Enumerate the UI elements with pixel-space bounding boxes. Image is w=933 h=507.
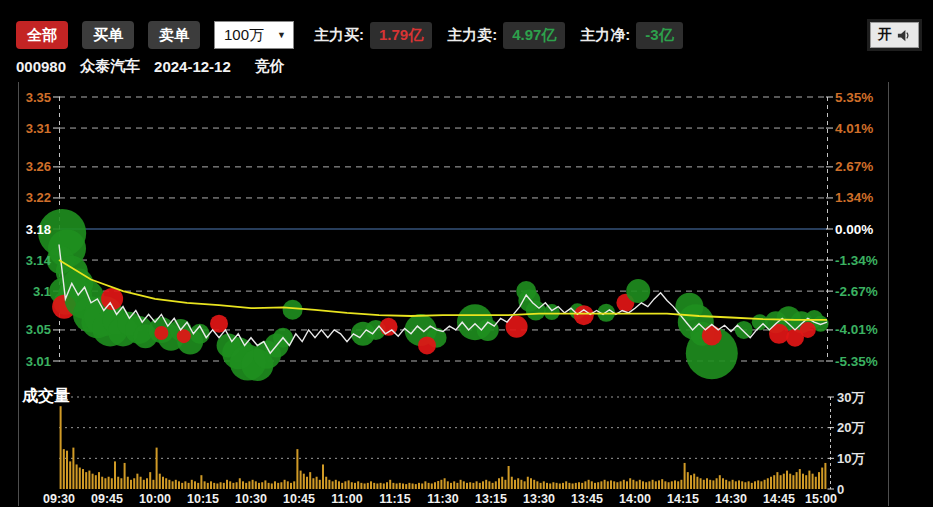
main-buy-label: 主力买: [314, 26, 364, 45]
svg-text:13:30: 13:30 [523, 492, 555, 506]
stock-info-row: 000980 众泰汽车 2024-12-12 竞价 [16, 57, 299, 76]
filter-buy-button[interactable]: 买单 [82, 21, 134, 49]
svg-text:20万: 20万 [837, 420, 865, 435]
chevron-down-icon: ▼ [277, 30, 286, 40]
main-net-label: 主力净: [580, 26, 630, 45]
svg-text:5.35%: 5.35% [835, 90, 873, 105]
session-label: 竞价 [255, 57, 285, 76]
svg-text:15:00: 15:00 [805, 492, 837, 506]
toolbar: 全部 买单 卖单 100万 ▼ 主力买: 1.79亿 主力卖: 4.97亿 主力… [16, 20, 919, 50]
svg-text:-1.34%: -1.34% [835, 253, 878, 268]
speaker-icon [896, 28, 911, 43]
main-net-value: -3亿 [636, 22, 682, 49]
svg-text:10:30: 10:30 [235, 492, 267, 506]
sell-order-bubble [283, 300, 303, 320]
buy-order-bubble [418, 336, 436, 354]
main-buy-value: 1.79亿 [370, 22, 432, 49]
svg-text:3.18: 3.18 [26, 222, 51, 237]
volume-bars [60, 406, 827, 489]
svg-text:13:45: 13:45 [571, 492, 603, 506]
threshold-select[interactable]: 100万 ▼ [214, 21, 294, 49]
svg-text:11:15: 11:15 [379, 492, 410, 506]
svg-text:10:45: 10:45 [283, 492, 315, 506]
svg-text:3.1: 3.1 [33, 284, 51, 299]
buy-order-bubble [177, 329, 191, 343]
stock-code: 000980 [16, 58, 66, 75]
svg-text:3.31: 3.31 [26, 121, 51, 136]
svg-text:11:30: 11:30 [427, 492, 458, 506]
svg-text:3.01: 3.01 [26, 354, 51, 369]
svg-text:-2.67%: -2.67% [835, 284, 878, 299]
svg-text:4.01%: 4.01% [835, 121, 873, 136]
svg-text:3.14: 3.14 [26, 253, 52, 268]
svg-text:09:45: 09:45 [91, 492, 123, 506]
svg-text:0: 0 [837, 482, 844, 497]
svg-text:成交量: 成交量 [21, 387, 70, 404]
svg-text:14:15: 14:15 [667, 492, 699, 506]
svg-text:1.34%: 1.34% [835, 190, 873, 205]
svg-text:14:30: 14:30 [715, 492, 747, 506]
svg-text:3.05: 3.05 [26, 322, 51, 337]
time-axis-labels: 09:3009:4510:0010:1510:3010:4511:0011:15… [43, 492, 837, 506]
svg-text:0.00%: 0.00% [835, 222, 873, 237]
svg-text:3.35: 3.35 [26, 90, 51, 105]
order-bubbles-layer [38, 209, 828, 381]
svg-text:-4.01%: -4.01% [835, 322, 878, 337]
intraday-chart-canvas[interactable]: 3.355.35%3.314.01%3.262.67%3.221.34%3.18… [0, 0, 933, 507]
sell-order-bubble [526, 301, 546, 321]
svg-text:30万: 30万 [837, 390, 865, 405]
buy-order-bubble [800, 322, 816, 338]
filter-sell-button[interactable]: 卖单 [148, 21, 200, 49]
svg-text:10:00: 10:00 [139, 492, 171, 506]
svg-text:-5.35%: -5.35% [835, 354, 878, 369]
avg-price-line [59, 260, 827, 320]
filter-all-button[interactable]: 全部 [16, 21, 68, 49]
svg-text:11:00: 11:00 [331, 492, 362, 506]
threshold-value: 100万 [224, 26, 264, 45]
buy-order-bubble [154, 326, 168, 340]
panel-borders [19, 82, 889, 506]
sell-order-bubble [735, 321, 753, 339]
voice-toggle-button[interactable]: 开 [870, 22, 919, 48]
svg-text:13:15: 13:15 [475, 492, 507, 506]
svg-text:10万: 10万 [837, 451, 865, 466]
voice-toggle-label: 开 [878, 26, 892, 44]
sell-order-bubble [626, 279, 650, 303]
svg-text:2.67%: 2.67% [835, 159, 873, 174]
buy-order-bubble [574, 305, 594, 325]
svg-text:10:15: 10:15 [187, 492, 219, 506]
volume-grid [59, 397, 834, 489]
svg-text:14:45: 14:45 [763, 492, 795, 506]
main-sell-value: 4.97亿 [503, 22, 565, 49]
main-sell-label: 主力卖: [447, 26, 497, 45]
stock-name: 众泰汽车 [80, 57, 140, 76]
trade-date: 2024-12-12 [154, 58, 231, 75]
svg-text:09:30: 09:30 [43, 492, 75, 506]
svg-text:3.22: 3.22 [26, 190, 51, 205]
svg-text:3.26: 3.26 [26, 159, 51, 174]
svg-text:14:00: 14:00 [619, 492, 651, 506]
